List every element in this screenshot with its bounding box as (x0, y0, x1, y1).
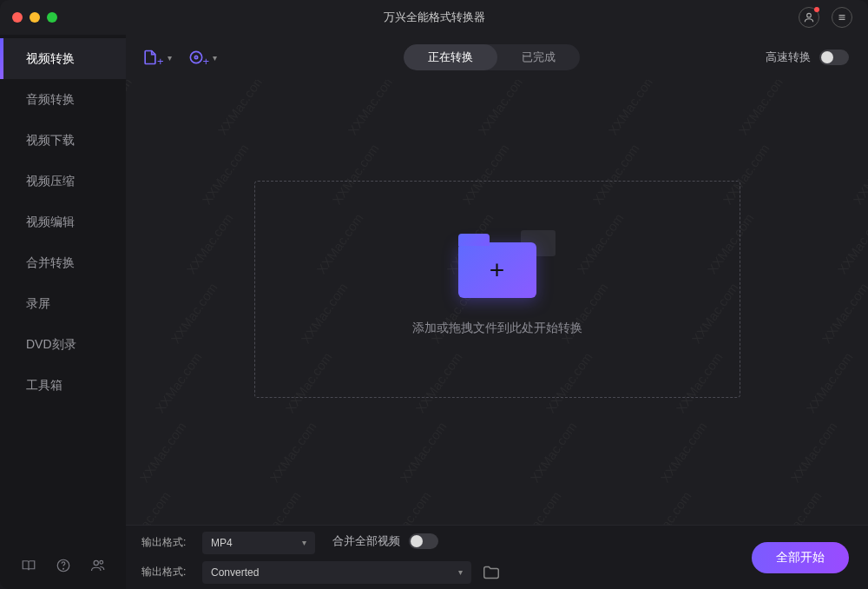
sidebar-item-label: DVD刻录 (26, 337, 76, 353)
sidebar-item-label: 视频压缩 (26, 174, 75, 189)
sidebar-item-label: 视频转换 (26, 51, 75, 67)
footer: 输出格式: MP4 ▾ 合并全部视频 输出格式: Converted ▾ (126, 525, 868, 589)
svg-point-0 (807, 13, 812, 17)
chevron-down-icon: ▾ (168, 53, 172, 63)
button-label: 全部开始 (776, 550, 825, 566)
sidebar-item-dvd-burn[interactable]: DVD刻录 (0, 324, 126, 365)
chevron-down-icon: ▾ (458, 567, 463, 577)
browse-folder-icon[interactable] (482, 563, 501, 582)
window-title: 万兴全能格式转换器 (0, 10, 868, 25)
svg-point-5 (63, 568, 64, 569)
sidebar-item-label: 视频下载 (26, 133, 75, 149)
account-icon[interactable] (799, 7, 819, 28)
sidebar-item-screen-record[interactable]: 录屏 (0, 283, 126, 324)
fast-convert-toggle[interactable] (819, 50, 849, 65)
tab-label: 已完成 (522, 50, 556, 65)
output-format-select[interactable]: MP4 ▾ (202, 532, 315, 554)
minimize-window-button[interactable] (30, 12, 40, 23)
drop-zone-text: 添加或拖拽文件到此处开始转换 (412, 321, 582, 336)
sidebar-item-label: 视频编辑 (26, 215, 75, 230)
sidebar-item-video-download[interactable]: 视频下载 (0, 120, 126, 161)
book-icon[interactable] (21, 558, 36, 573)
tab-converting[interactable]: 正在转换 (404, 44, 497, 70)
select-value: Converted (211, 566, 259, 579)
users-icon[interactable] (90, 558, 106, 573)
help-icon[interactable] (56, 558, 71, 573)
window-controls (0, 12, 57, 23)
sidebar-item-video-edit[interactable]: 视频编辑 (0, 202, 126, 242)
sidebar-item-label: 合并转换 (26, 255, 75, 271)
sidebar-item-toolbox[interactable]: 工具箱 (0, 365, 126, 406)
add-disc-button[interactable]: + ▾ (187, 48, 218, 68)
svg-point-8 (190, 51, 201, 63)
sidebar-item-label: 音频转换 (26, 92, 75, 108)
output-path-select[interactable]: Converted ▾ (202, 561, 471, 584)
svg-point-7 (100, 560, 103, 564)
chevron-down-icon: ▾ (213, 53, 217, 63)
toolbar: + ▾ + ▾ 正在转换 已完成 高速转换 (126, 35, 868, 80)
sidebar-item-video-convert[interactable]: 视频转换 (0, 38, 126, 79)
fast-convert-label: 高速转换 (766, 50, 811, 65)
merge-all-label: 合并全部视频 (332, 533, 400, 549)
add-file-button[interactable]: + ▾ (141, 48, 172, 68)
tab-completed[interactable]: 已完成 (497, 44, 580, 70)
titlebar: 万兴全能格式转换器 (0, 0, 868, 35)
select-value: MP4 (211, 537, 233, 549)
sidebar-item-merge-convert[interactable]: 合并转换 (0, 242, 126, 283)
drop-zone[interactable]: + 添加或拖拽文件到此处开始转换 (254, 181, 740, 398)
chevron-down-icon: ▾ (302, 538, 306, 547)
sidebar-item-label: 工具箱 (26, 378, 62, 394)
output-format-label: 输出格式: (141, 535, 192, 550)
start-all-button[interactable]: 全部开始 (752, 542, 849, 573)
tab-label: 正在转换 (428, 50, 473, 65)
output-path-label: 输出格式: (141, 565, 192, 579)
sidebar-item-video-compress[interactable]: 视频压缩 (0, 161, 126, 202)
sidebar-item-label: 录屏 (26, 296, 50, 312)
status-tab-group: 正在转换 已完成 (404, 44, 580, 70)
maximize-window-button[interactable] (47, 12, 57, 23)
close-window-button[interactable] (12, 12, 23, 23)
merge-all-toggle[interactable] (409, 533, 438, 549)
sidebar-item-audio-convert[interactable]: 音频转换 (0, 79, 126, 120)
folder-icon: + (458, 242, 536, 298)
sidebar: 视频转换 音频转换 视频下载 视频压缩 视频编辑 合并转换 录屏 DVD刻录 工… (0, 35, 126, 589)
menu-icon[interactable] (832, 7, 852, 28)
svg-point-6 (94, 560, 98, 565)
svg-point-9 (194, 56, 197, 58)
notification-dot (814, 7, 819, 12)
